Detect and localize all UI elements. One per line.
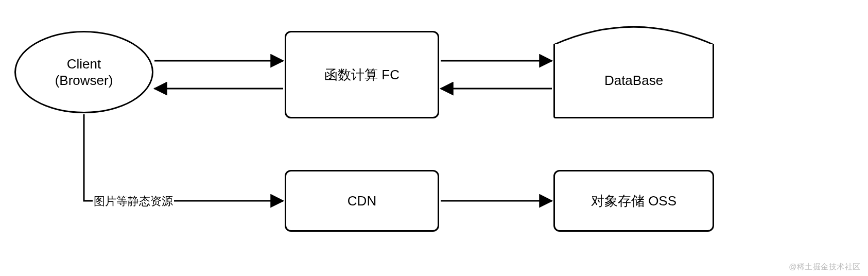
node-fc: 函数计算 FC <box>285 31 439 118</box>
node-db-label: DataBase <box>604 73 663 89</box>
watermark: @稀土掘金技术社区 <box>789 262 861 272</box>
node-client-line1: Client <box>67 56 101 73</box>
node-cdn-label: CDN <box>348 193 376 209</box>
node-db: DataBase <box>553 44 714 118</box>
node-oss: 对象存储 OSS <box>553 170 714 232</box>
node-client: Client (Browser) <box>14 31 153 113</box>
node-oss-label: 对象存储 OSS <box>591 192 676 210</box>
node-client-line2: (Browser) <box>55 72 113 89</box>
node-db-top <box>553 25 714 45</box>
edge-label-client-cdn: 图片等静态资源 <box>93 194 174 209</box>
diagram-canvas: Client (Browser) 函数计算 FC DataBase CDN 对象… <box>0 0 868 276</box>
node-cdn: CDN <box>285 170 439 232</box>
node-fc-label: 函数计算 FC <box>324 66 400 84</box>
